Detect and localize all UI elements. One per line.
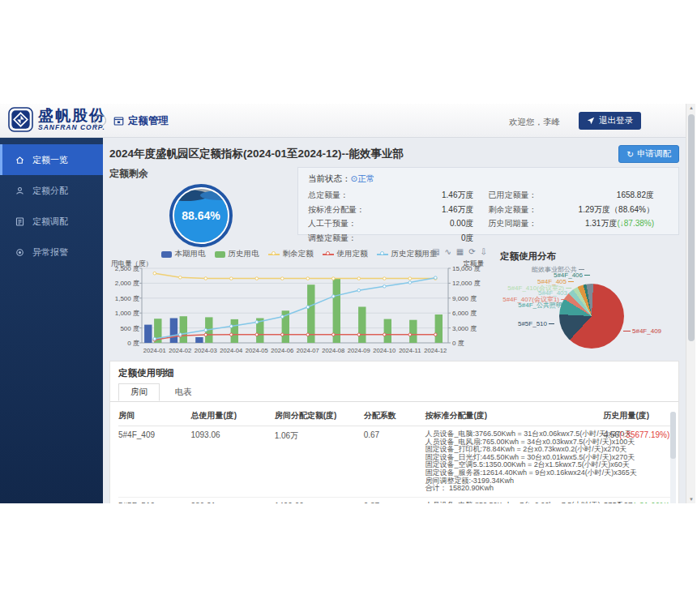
company-logo: 盛帆股份 SANFRAN CORP. <box>8 107 106 132</box>
sidebar-item-quota-overview[interactable]: 定额一览 <box>0 144 103 175</box>
pie-label: 5#4F_405 <box>537 278 574 285</box>
sidebar-item-quota-allocation[interactable]: 定额分配 <box>0 175 103 206</box>
svg-text:2024-07: 2024-07 <box>297 347 319 354</box>
scroll-up-arrow[interactable]: ▲ <box>686 105 695 110</box>
detail-tabs: 房间 电表 <box>110 383 678 402</box>
bar-历史用电[interactable] <box>180 316 187 343</box>
line-历史定额用量 <box>155 278 436 339</box>
stat-label: 历史同期量： <box>489 218 576 229</box>
table-row: 5#4F_4091093.061.06万0.67人员设备_电脑:3766.50K… <box>118 426 676 498</box>
transfer-icon <box>15 216 25 227</box>
liquid-gauge: 88.64% <box>169 184 233 247</box>
svg-text:9,000 度: 9,000 度 <box>452 295 477 302</box>
stat-value: 1658.82度 <box>576 190 669 201</box>
bar-历史用电[interactable] <box>384 319 391 343</box>
delta-badge: (↑35677.19%) <box>619 430 669 439</box>
svg-text:1,500 度: 1,500 度 <box>115 295 139 302</box>
svg-text:2024-03: 2024-03 <box>195 347 217 354</box>
svg-text:2024-06: 2024-06 <box>271 347 293 354</box>
usage-chart: 本期用电历史用电剩余定额使用定额历史定额用量 ▤∿▦⟳⇩ 用电量（度） 定额量 … <box>109 247 489 356</box>
data-view-icon[interactable]: ▤ <box>432 247 439 256</box>
welcome-text: 欢迎您，李峰 <box>509 117 560 128</box>
scrollbar-thumb[interactable] <box>688 114 695 341</box>
svg-text:6,000 度: 6,000 度 <box>452 310 477 317</box>
legend-item[interactable]: 历史定额用量 <box>377 249 438 259</box>
save-image-icon[interactable]: ⇩ <box>481 247 487 256</box>
stat-label: 已用定额量： <box>489 190 576 201</box>
svg-text:3,000 度: 3,000 度 <box>452 325 477 332</box>
chart-toolbox: ▤∿▦⟳⇩ <box>432 247 487 256</box>
svg-text:2024-04: 2024-04 <box>220 347 242 354</box>
tab-room[interactable]: 房间 <box>118 383 160 401</box>
quota-detail-card: 定额使用明细 房间 电表 房间 总使用量(度) 房间分配定额(度) <box>109 361 679 503</box>
bar-本期用电[interactable] <box>195 337 203 343</box>
col-header: 按标准分配量(度) <box>425 407 603 426</box>
bar-历史用电[interactable] <box>358 307 366 344</box>
quota-remaining-label: 定额剩余 <box>109 167 293 181</box>
tab-meter[interactable]: 电表 <box>163 384 203 400</box>
legend-item[interactable]: 剩余定额 <box>268 249 314 259</box>
chart-plot: 0 度0 度500 度3,000 度1,000 度6,000 度1,500 度9… <box>109 265 489 359</box>
stat-value: 0.00度 <box>396 218 489 229</box>
svg-text:2024-08: 2024-08 <box>322 347 344 354</box>
scroll-down-arrow[interactable]: ▼ <box>686 497 695 502</box>
detail-title: 定额使用明细 <box>110 361 678 383</box>
bar-chart-icon[interactable]: ▦ <box>456 247 464 256</box>
status-panel: 当前状态：⊙正常 总定额量： 1.46万度 已用定额量： 1658.82度 按标… <box>297 167 679 235</box>
table-row: 5#5F_510236.211400.000.37人员设备_电脑:850.50K… <box>118 497 676 503</box>
user-icon <box>15 186 25 196</box>
bar-历史用电[interactable] <box>231 319 238 343</box>
quota-distribution-panel: 定额使用分布 5#4F_4095#5F_5105#4F_公共照明5#4F_407… <box>494 247 679 356</box>
svg-text:2024-10: 2024-10 <box>373 347 396 354</box>
svg-text:2024-12: 2024-12 <box>424 347 447 354</box>
legend-item[interactable]: 历史用电 <box>215 249 259 259</box>
svg-text:0 度: 0 度 <box>452 340 464 347</box>
stat-label: 按标准分配量： <box>308 204 396 216</box>
svg-text:2024-09: 2024-09 <box>348 347 370 354</box>
stat-label: 调整定额量： <box>308 233 396 244</box>
screen: 盛帆股份 SANFRAN CORP. ← 定额管理 欢迎您，李峰 退出登录 <box>0 0 697 616</box>
top-bar: 盛帆股份 SANFRAN CORP. ← 定额管理 欢迎您，李峰 退出登录 <box>0 104 686 138</box>
sidebar-item-quota-transfer[interactable]: 定额调配 <box>0 206 103 237</box>
delta-badge: (↓81.66%) <box>633 502 670 503</box>
pie-label: 5#4F_409 <box>623 327 661 335</box>
quota-remaining-panel: 定额剩余 88.64% <box>109 167 293 247</box>
detail-table: 房间 总使用量(度) 房间分配定额(度) 分配系数 按标准分配量(度) 历史用量… <box>118 407 676 503</box>
svg-text:2024-11: 2024-11 <box>399 347 421 354</box>
stat-label: 剩余定额量： <box>489 204 576 216</box>
back-button[interactable]: ← <box>94 114 106 126</box>
main-content: 2024年度盛帆园区定额指标(2024-01至2024-12)--能效事业部 ↻… <box>103 138 686 503</box>
send-icon <box>587 117 595 125</box>
stat-value: 1.46万度 <box>396 204 489 216</box>
gauge-percent: 88.64% <box>174 209 228 222</box>
page-scrollbar[interactable]: ▲ ▼ <box>686 104 695 503</box>
legend-item[interactable]: 使用定额 <box>323 249 368 259</box>
bar-历史用电[interactable] <box>409 320 417 343</box>
breadcrumb: 定额管理 <box>113 114 169 128</box>
apply-transfer-button[interactable]: ↻ 申请调配 <box>618 145 679 163</box>
logout-button[interactable]: 退出登录 <box>579 112 641 130</box>
delta-badge: (↓87.38%) <box>617 219 654 228</box>
bar-历史用电[interactable] <box>435 314 443 343</box>
col-header: 分配系数 <box>364 407 425 426</box>
bar-本期用电[interactable] <box>170 319 177 344</box>
sidebar: 定额一览 定额分配 定额调配 异常报警 <box>0 138 103 503</box>
svg-text:12,000 度: 12,000 度 <box>452 280 481 287</box>
pie-label: 5#5F_510 <box>518 320 554 327</box>
page-title: 2024年度盛帆园区定额指标(2024-01至2024-12)--能效事业部 <box>109 147 404 161</box>
svg-text:1,000 度: 1,000 度 <box>115 310 139 317</box>
bar-本期用电[interactable] <box>144 325 152 343</box>
pie-title: 定额使用分布 <box>500 250 556 263</box>
svg-text:2,500 度: 2,500 度 <box>115 265 139 272</box>
line-chart-icon[interactable]: ∿ <box>444 247 451 256</box>
stat-value: 1.46万度 <box>396 190 489 201</box>
col-header: 房间分配定额(度) <box>275 407 364 426</box>
svg-text:2024-02: 2024-02 <box>169 347 191 354</box>
legend-item[interactable]: 本期用电 <box>161 249 206 259</box>
pie-label: 能效事业部公共 <box>532 265 584 274</box>
restore-icon[interactable]: ⟳ <box>468 247 475 256</box>
sidebar-item-abnormal-alarm[interactable]: 异常报警 <box>0 237 103 267</box>
alarm-icon <box>15 247 25 258</box>
line-剩余定额 <box>155 273 436 278</box>
table-scrollbar[interactable] <box>670 412 676 503</box>
